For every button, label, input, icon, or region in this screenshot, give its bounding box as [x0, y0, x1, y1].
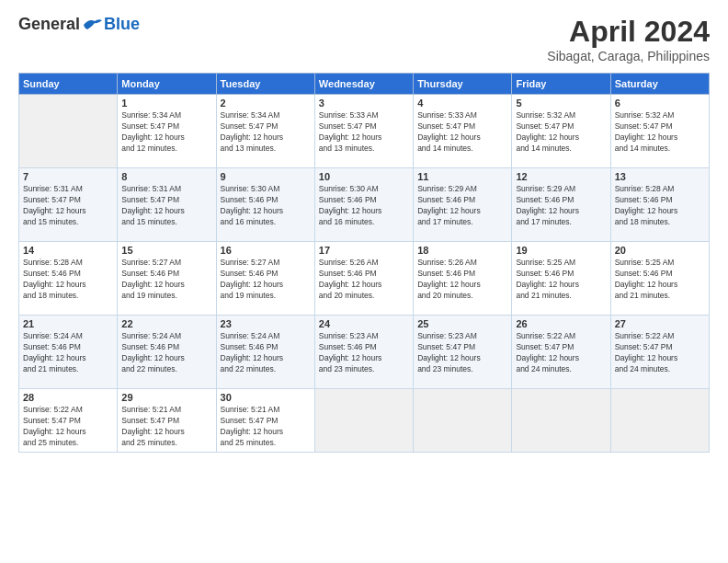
calendar-cell — [610, 389, 709, 453]
calendar-week-row: 28Sunrise: 5:22 AMSunset: 5:47 PMDayligh… — [19, 389, 710, 453]
calendar-week-row: 7Sunrise: 5:31 AMSunset: 5:47 PMDaylight… — [19, 168, 710, 242]
calendar-cell: 16Sunrise: 5:27 AMSunset: 5:46 PMDayligh… — [216, 242, 314, 316]
calendar-cell: 28Sunrise: 5:22 AMSunset: 5:47 PMDayligh… — [19, 389, 118, 453]
calendar-cell: 22Sunrise: 5:24 AMSunset: 5:46 PMDayligh… — [118, 316, 216, 389]
calendar-cell: 25Sunrise: 5:23 AMSunset: 5:47 PMDayligh… — [414, 316, 512, 389]
day-info: Sunrise: 5:26 AMSunset: 5:46 PMDaylight:… — [319, 258, 409, 302]
day-info: Sunrise: 5:27 AMSunset: 5:46 PMDaylight:… — [221, 258, 311, 302]
calendar-cell: 11Sunrise: 5:29 AMSunset: 5:46 PMDayligh… — [414, 168, 512, 242]
day-info: Sunrise: 5:30 AMSunset: 5:46 PMDaylight:… — [221, 184, 311, 228]
calendar-cell: 29Sunrise: 5:21 AMSunset: 5:47 PMDayligh… — [118, 389, 216, 453]
calendar-cell: 23Sunrise: 5:24 AMSunset: 5:46 PMDayligh… — [216, 316, 314, 389]
day-info: Sunrise: 5:29 AMSunset: 5:46 PMDaylight:… — [417, 184, 507, 228]
calendar-cell: 9Sunrise: 5:30 AMSunset: 5:46 PMDaylight… — [216, 168, 314, 242]
day-number: 23 — [221, 318, 311, 329]
day-info: Sunrise: 5:22 AMSunset: 5:47 PMDaylight:… — [23, 405, 113, 449]
day-number: 13 — [615, 171, 705, 182]
day-number: 8 — [121, 171, 211, 182]
calendar-cell: 15Sunrise: 5:27 AMSunset: 5:46 PMDayligh… — [118, 242, 216, 316]
day-number: 24 — [319, 318, 409, 329]
day-info: Sunrise: 5:31 AMSunset: 5:47 PMDaylight:… — [121, 184, 211, 228]
day-number: 2 — [221, 98, 311, 109]
calendar-cell: 3Sunrise: 5:33 AMSunset: 5:47 PMDaylight… — [314, 95, 413, 168]
day-info: Sunrise: 5:30 AMSunset: 5:46 PMDaylight:… — [319, 184, 409, 228]
calendar-cell: 10Sunrise: 5:30 AMSunset: 5:46 PMDayligh… — [314, 168, 413, 242]
day-info: Sunrise: 5:32 AMSunset: 5:47 PMDaylight:… — [516, 110, 606, 155]
calendar-week-row: 21Sunrise: 5:24 AMSunset: 5:46 PMDayligh… — [19, 316, 710, 389]
day-info: Sunrise: 5:21 AMSunset: 5:47 PMDaylight:… — [221, 405, 311, 449]
calendar-cell: 8Sunrise: 5:31 AMSunset: 5:47 PMDaylight… — [118, 168, 216, 242]
day-number: 1 — [121, 98, 211, 109]
calendar-cell: 13Sunrise: 5:28 AMSunset: 5:46 PMDayligh… — [610, 168, 709, 242]
logo-bird-icon — [82, 17, 104, 33]
calendar-cell: 12Sunrise: 5:29 AMSunset: 5:46 PMDayligh… — [512, 168, 610, 242]
day-info: Sunrise: 5:25 AMSunset: 5:46 PMDaylight:… — [516, 258, 606, 302]
day-number: 5 — [516, 98, 606, 109]
calendar-cell: 2Sunrise: 5:34 AMSunset: 5:47 PMDaylight… — [216, 95, 314, 168]
calendar-cell: 21Sunrise: 5:24 AMSunset: 5:46 PMDayligh… — [19, 316, 118, 389]
day-info: Sunrise: 5:28 AMSunset: 5:46 PMDaylight:… — [615, 184, 705, 228]
day-number: 30 — [221, 392, 311, 403]
day-number: 20 — [615, 245, 705, 256]
calendar-cell: 30Sunrise: 5:21 AMSunset: 5:47 PMDayligh… — [216, 389, 314, 453]
calendar-cell — [314, 389, 413, 453]
day-info: Sunrise: 5:24 AMSunset: 5:46 PMDaylight:… — [23, 331, 113, 375]
day-number: 18 — [417, 245, 507, 256]
day-number: 15 — [121, 245, 211, 256]
day-number: 3 — [319, 98, 409, 109]
day-number: 14 — [23, 245, 113, 256]
day-number: 21 — [23, 318, 113, 329]
calendar-cell — [512, 389, 610, 453]
day-info: Sunrise: 5:28 AMSunset: 5:46 PMDaylight:… — [23, 258, 113, 302]
calendar-header-friday: Friday — [512, 74, 610, 95]
calendar-cell: 18Sunrise: 5:26 AMSunset: 5:46 PMDayligh… — [414, 242, 512, 316]
calendar-cell: 20Sunrise: 5:25 AMSunset: 5:46 PMDayligh… — [610, 242, 709, 316]
calendar-cell: 17Sunrise: 5:26 AMSunset: 5:46 PMDayligh… — [314, 242, 413, 316]
calendar-header-monday: Monday — [118, 74, 216, 95]
logo: General Blue — [18, 15, 140, 34]
logo-blue-text: Blue — [104, 15, 140, 34]
calendar-cell: 7Sunrise: 5:31 AMSunset: 5:47 PMDaylight… — [19, 168, 118, 242]
day-info: Sunrise: 5:24 AMSunset: 5:46 PMDaylight:… — [221, 331, 311, 375]
day-number: 4 — [417, 98, 507, 109]
calendar-cell — [414, 389, 512, 453]
logo-general-text: General — [18, 15, 80, 34]
calendar-header-saturday: Saturday — [610, 74, 709, 95]
day-number: 12 — [516, 171, 606, 182]
day-number: 29 — [121, 392, 211, 403]
month-title: April 2024 — [547, 15, 710, 49]
day-number: 17 — [319, 245, 409, 256]
day-info: Sunrise: 5:33 AMSunset: 5:47 PMDaylight:… — [417, 110, 507, 155]
day-number: 19 — [516, 245, 606, 256]
calendar-week-row: 14Sunrise: 5:28 AMSunset: 5:46 PMDayligh… — [19, 242, 710, 316]
calendar-week-row: 1Sunrise: 5:34 AMSunset: 5:47 PMDaylight… — [19, 95, 710, 168]
day-number: 6 — [615, 98, 705, 109]
day-number: 25 — [417, 318, 507, 329]
title-section: April 2024 Sibagat, Caraga, Philippines — [547, 15, 710, 63]
day-number: 16 — [221, 245, 311, 256]
day-number: 26 — [516, 318, 606, 329]
day-info: Sunrise: 5:23 AMSunset: 5:47 PMDaylight:… — [417, 331, 507, 375]
header: General Blue April 2024 Sibagat, Caraga,… — [18, 15, 710, 63]
calendar-cell — [19, 95, 118, 168]
day-number: 11 — [417, 171, 507, 182]
day-info: Sunrise: 5:24 AMSunset: 5:46 PMDaylight:… — [121, 331, 211, 375]
day-info: Sunrise: 5:31 AMSunset: 5:47 PMDaylight:… — [23, 184, 113, 228]
calendar-cell: 14Sunrise: 5:28 AMSunset: 5:46 PMDayligh… — [19, 242, 118, 316]
calendar-header-row: SundayMondayTuesdayWednesdayThursdayFrid… — [19, 74, 710, 95]
day-info: Sunrise: 5:21 AMSunset: 5:47 PMDaylight:… — [121, 405, 211, 449]
calendar-header-tuesday: Tuesday — [216, 74, 314, 95]
calendar-cell: 4Sunrise: 5:33 AMSunset: 5:47 PMDaylight… — [414, 95, 512, 168]
day-info: Sunrise: 5:22 AMSunset: 5:47 PMDaylight:… — [615, 331, 705, 375]
calendar-cell: 6Sunrise: 5:32 AMSunset: 5:47 PMDaylight… — [610, 95, 709, 168]
day-number: 22 — [121, 318, 211, 329]
day-info: Sunrise: 5:34 AMSunset: 5:47 PMDaylight:… — [221, 110, 311, 155]
calendar-cell: 26Sunrise: 5:22 AMSunset: 5:47 PMDayligh… — [512, 316, 610, 389]
day-number: 28 — [23, 392, 113, 403]
calendar-cell: 1Sunrise: 5:34 AMSunset: 5:47 PMDaylight… — [118, 95, 216, 168]
calendar-cell: 27Sunrise: 5:22 AMSunset: 5:47 PMDayligh… — [610, 316, 709, 389]
page: General Blue April 2024 Sibagat, Caraga,… — [0, 0, 728, 563]
day-info: Sunrise: 5:22 AMSunset: 5:47 PMDaylight:… — [516, 331, 606, 375]
day-number: 27 — [615, 318, 705, 329]
day-info: Sunrise: 5:32 AMSunset: 5:47 PMDaylight:… — [615, 110, 705, 155]
